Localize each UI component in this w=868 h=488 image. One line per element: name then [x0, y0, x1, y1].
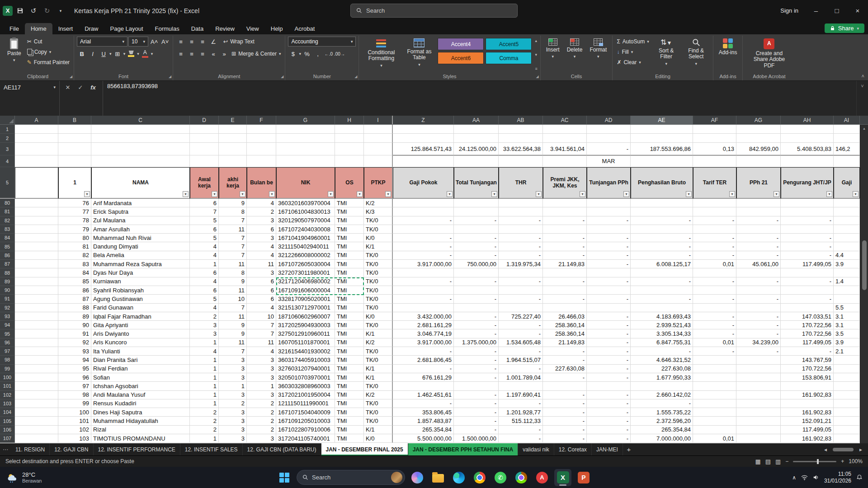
cell-A89[interactable]	[15, 277, 58, 286]
fill-button[interactable]: ↓Fill▾	[615, 47, 650, 56]
cell-AH96[interactable]: 117.499,05	[781, 338, 834, 347]
cell-AB91[interactable]: -	[499, 295, 543, 303]
cell-AH106[interactable]: 117.499,05	[781, 426, 834, 434]
column-header-H[interactable]: H	[335, 116, 364, 124]
cell-AF96[interactable]: 0,01	[693, 338, 736, 347]
cut-button[interactable]: ✂Cut	[26, 37, 71, 46]
cell-AD92[interactable]	[587, 304, 631, 312]
cell-AD85[interactable]: -	[587, 242, 631, 251]
cell-AC90[interactable]	[543, 286, 587, 295]
cell-AD106[interactable]: -	[587, 426, 631, 434]
cell-F91[interactable]: 6	[247, 295, 276, 303]
cell-I5[interactable]: PTKP▾	[364, 167, 393, 199]
cell-AD103[interactable]: -	[587, 399, 631, 408]
cell-A3[interactable]	[15, 143, 58, 155]
cell-AE89[interactable]: -	[631, 277, 693, 286]
cell-D4[interactable]	[190, 155, 219, 167]
merge-center-button[interactable]: ⊞Merge & Center▾	[230, 49, 282, 59]
zoom-slider-thumb[interactable]	[817, 459, 819, 464]
cell-AB103[interactable]: -	[499, 399, 543, 408]
cell-AG81[interactable]	[736, 207, 781, 216]
cell-AI83[interactable]	[834, 225, 860, 234]
column-header-F[interactable]: F	[247, 116, 276, 124]
horizontal-scroll-thumb[interactable]	[833, 448, 854, 451]
cell-F94[interactable]: 7	[247, 321, 276, 329]
cell-A84[interactable]	[15, 234, 58, 242]
cell-AE98[interactable]: 4.646.321,52	[631, 356, 693, 364]
cell-F97[interactable]: 4	[247, 347, 276, 356]
cell-AF93[interactable]: -	[693, 312, 736, 321]
cell-AH2[interactable]	[781, 134, 834, 143]
taskbar-powerpoint[interactable]: P	[575, 469, 592, 486]
cell-E91[interactable]: 10	[219, 295, 247, 303]
grow-font-button[interactable]: A˄	[149, 37, 159, 47]
cell-AA99[interactable]: -	[454, 365, 499, 373]
cell-AH4[interactable]	[781, 155, 834, 167]
autosum-button[interactable]: ΣAutoSum▾	[615, 37, 650, 46]
cell-A99[interactable]	[15, 365, 58, 373]
borders-button[interactable]: ⊞	[113, 49, 123, 59]
cell-I3[interactable]	[364, 143, 393, 155]
column-header-AF[interactable]: AF	[693, 116, 736, 124]
zoom-level[interactable]: 100%	[849, 458, 863, 465]
cell-H92[interactable]: TMI	[335, 304, 364, 312]
cell-AA103[interactable]: -	[454, 399, 499, 408]
taskbar-excel[interactable]: X	[554, 469, 571, 486]
cell-E99[interactable]: 3	[219, 365, 247, 373]
cell-style-accent5[interactable]: Accent5	[486, 38, 532, 50]
row-header-84[interactable]: 84	[0, 234, 15, 242]
cell-AB98[interactable]: 1.964.515,07	[499, 356, 543, 364]
cell-I83[interactable]: TK/0	[364, 225, 393, 234]
cell-AD91[interactable]: -	[587, 295, 631, 303]
cell-AA104[interactable]: -	[454, 408, 499, 417]
cell-AC4[interactable]	[543, 155, 587, 167]
cell-AG87[interactable]: 45.061,00	[736, 260, 781, 268]
cell-H84[interactable]: TMI	[335, 234, 364, 242]
cell-I106[interactable]: K/1	[364, 426, 393, 434]
cell-AD99[interactable]: -	[587, 365, 631, 373]
paste-button[interactable]: Paste ▾	[5, 37, 24, 73]
cell-AG95[interactable]: -	[736, 329, 781, 338]
filter-button[interactable]: ▾	[623, 191, 629, 197]
row-header-106[interactable]: 106	[0, 426, 15, 434]
sheet-tab-validasi-nik[interactable]: validasi nik	[518, 443, 554, 455]
sign-in-button[interactable]: Sign in	[773, 7, 806, 14]
cell-AC100[interactable]: -	[543, 373, 587, 382]
cell-B82[interactable]: 78	[58, 216, 91, 225]
copy-button[interactable]: Copy▾	[26, 47, 71, 56]
column-header-AG[interactable]: AG	[736, 116, 781, 124]
cell-H107[interactable]: TMI	[335, 434, 364, 443]
cell-AD5[interactable]: Tunjangan PPh▾	[587, 167, 631, 199]
cell-AC102[interactable]: -	[543, 391, 587, 399]
cell-E100[interactable]: 3	[219, 373, 247, 382]
cell-G87[interactable]: 1671072605030004	[276, 260, 335, 268]
cell-AC87[interactable]: 21.149,83	[543, 260, 587, 268]
cell-AG1[interactable]	[736, 125, 781, 134]
cell-AA88[interactable]	[454, 268, 499, 277]
cell-AF104[interactable]	[693, 408, 736, 417]
row-header-96[interactable]: 96	[0, 338, 15, 347]
cell-B5[interactable]: 1▾	[58, 167, 91, 199]
cell-G103[interactable]: 1211150111990001	[276, 399, 335, 408]
row-header-91[interactable]: 91	[0, 295, 15, 303]
normal-view-button[interactable]: ▦	[755, 458, 760, 465]
cell-AF83[interactable]	[693, 225, 736, 234]
cell-D99[interactable]: 1	[190, 365, 219, 373]
cell-Z83[interactable]	[393, 225, 454, 234]
taskbar-clock[interactable]: 11:05 31/01/2026	[824, 471, 851, 484]
filter-button[interactable]: ▾	[580, 191, 585, 197]
row-header-98[interactable]: 98	[0, 356, 15, 364]
cell-Z85[interactable]: -	[393, 242, 454, 251]
cell-AI81[interactable]	[834, 207, 860, 216]
cell-Z3[interactable]: 125.864.571,43	[393, 143, 454, 155]
cell-AI94[interactable]: 3.1	[834, 321, 860, 329]
cell-AA107[interactable]: 1.500.000,00	[454, 434, 499, 443]
filter-button[interactable]: ▾	[729, 191, 735, 197]
cell-AB2[interactable]	[499, 134, 543, 143]
cell-AI98[interactable]	[834, 356, 860, 364]
cell-AE94[interactable]: 2.939.521,43	[631, 321, 693, 329]
cell-C82[interactable]: Zul Maulana	[91, 216, 190, 225]
cell-E88[interactable]: 8	[219, 268, 247, 277]
cell-AD4[interactable]: MAR	[587, 155, 631, 167]
styles-dialog-launcher[interactable]: ◢	[536, 75, 539, 79]
